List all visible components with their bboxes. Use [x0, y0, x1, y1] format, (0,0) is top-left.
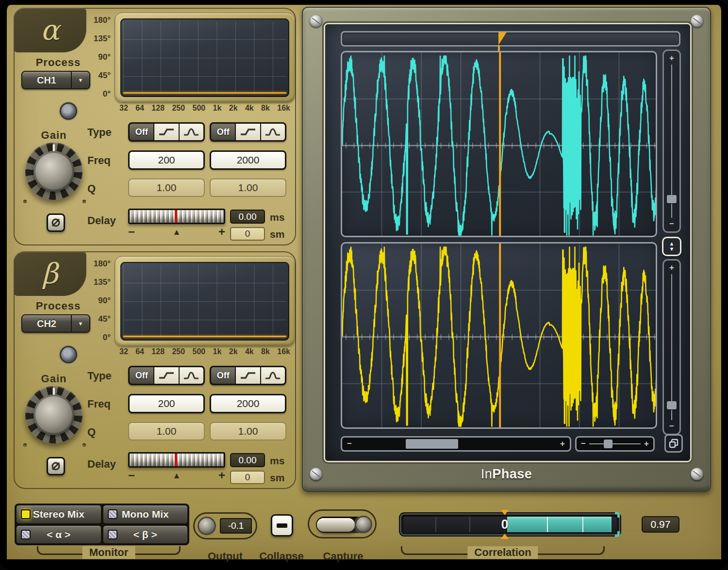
monitor-alpha-button[interactable]: < α > — [16, 525, 101, 544]
filter1-bell-button[interactable] — [180, 124, 203, 140]
correlation-end-bracket — [615, 531, 620, 537]
delay-ms-field[interactable]: 0.00 — [230, 210, 265, 224]
minus-icon[interactable]: − — [347, 439, 352, 449]
delay-plus[interactable]: + — [218, 226, 225, 238]
tick-label: 180° — [94, 259, 111, 269]
output-value-field[interactable]: -0.1 — [220, 518, 252, 534]
collapse-label: Collapse — [249, 550, 314, 563]
filter1-highpass-button[interactable] — [154, 124, 178, 140]
monitor-button-group: Stereo Mix Mono Mix < α > < β > — [15, 504, 189, 545]
delay-pointer-icon: ▲ — [173, 472, 181, 480]
waveform-display-frame: + − ▲ ▼ + − − + − — [302, 7, 711, 492]
highpass-icon — [239, 370, 257, 381]
delay-thumbwheel[interactable] — [128, 452, 225, 468]
bell-icon — [264, 127, 281, 137]
phase-graph-bezel — [115, 13, 295, 103]
phase-invert-button[interactable] — [47, 457, 65, 475]
filter2-off-button[interactable]: Off — [211, 124, 235, 140]
channel-led-button[interactable] — [61, 347, 76, 362]
gain-knob[interactable] — [25, 386, 83, 443]
process-dropdown[interactable]: CH1 ▼ — [21, 71, 90, 89]
delay-thumbwheel[interactable] — [128, 209, 225, 224]
channel-led-button[interactable] — [61, 104, 76, 118]
filter2-bell-button[interactable] — [261, 367, 285, 384]
tick-label: 32 — [119, 347, 128, 356]
process-dropdown[interactable]: CH2 ▼ — [21, 314, 90, 333]
copy-view-button[interactable] — [664, 434, 683, 453]
channel-beta-panel: β Process CH2 ▼ Gain 180°135°90°45°0° 32… — [14, 251, 296, 489]
delay-sm-field[interactable]: 0 — [230, 471, 265, 484]
gain-knob[interactable] — [25, 143, 83, 200]
plus-icon[interactable]: + — [644, 439, 649, 449]
delay-plus[interactable]: + — [218, 470, 225, 481]
filter1-bell-button[interactable] — [180, 367, 203, 384]
h-scrollbar-thumb[interactable] — [406, 439, 458, 449]
q-label: Q — [87, 426, 124, 439]
delay-minus[interactable]: − — [128, 226, 135, 238]
filter2-freq-field[interactable]: 2000 — [210, 150, 286, 170]
filter2-bell-button[interactable] — [261, 124, 285, 140]
collapse-button[interactable] — [271, 514, 293, 537]
plus-icon[interactable]: + — [664, 263, 679, 273]
tick-label: 135° — [94, 34, 111, 44]
filter2-off-button[interactable]: Off — [211, 367, 235, 384]
tick-label: 1k — [213, 347, 222, 356]
monitor-mono-mix-button[interactable]: Mono Mix — [103, 505, 188, 524]
plus-icon[interactable]: + — [664, 53, 679, 63]
plus-icon[interactable]: + — [560, 439, 565, 449]
h-scrollbar[interactable]: − + — [341, 436, 571, 452]
delay-minus[interactable]: − — [128, 470, 135, 481]
process-value[interactable]: CH2 — [22, 315, 72, 332]
correlation-end-bracket — [615, 512, 620, 518]
capture-lever[interactable] — [317, 518, 355, 532]
v-zoom-slider-bottom[interactable]: + − — [662, 259, 681, 435]
filter1-q-field[interactable]: 1.00 — [128, 179, 205, 197]
phase-invert-button[interactable] — [47, 213, 65, 232]
minus-icon[interactable]: − — [664, 422, 679, 431]
minus-icon[interactable]: − — [581, 439, 586, 449]
tick-label: 45° — [98, 314, 111, 324]
filter1-freq-field[interactable]: 200 — [128, 394, 205, 413]
monitor-label: Monitor — [83, 546, 135, 559]
freq-label: Freq — [87, 398, 124, 410]
playhead-flag[interactable] — [498, 32, 507, 45]
v-slider-thumb[interactable] — [667, 195, 677, 203]
channel-alpha-tab: α — [14, 8, 86, 52]
monitor-beta-button[interactable]: < β > — [103, 525, 188, 544]
filter1-off-button[interactable]: Off — [130, 367, 153, 384]
tick-label: 135° — [94, 277, 111, 287]
filter2-highpass-button[interactable] — [236, 124, 260, 140]
filter1-highpass-button[interactable] — [154, 367, 178, 384]
monitor-bracket: Monitor — [37, 546, 181, 555]
filter2-q-field[interactable]: 1.00 — [210, 179, 286, 197]
channel-alpha-panel: α Process CH1 ▼ Gain 180°135°90°45°0° 32… — [14, 8, 296, 245]
phase-graph-display — [120, 18, 289, 97]
filter1-freq-field[interactable]: 200 — [128, 150, 205, 170]
process-value[interactable]: CH1 — [22, 72, 72, 88]
delay-sm-field[interactable]: 0 — [230, 227, 265, 241]
output-knob[interactable] — [199, 518, 215, 534]
h-zoom-thumb[interactable] — [604, 440, 612, 448]
v-slider-thumb[interactable] — [667, 401, 677, 409]
minus-icon[interactable]: − — [664, 219, 679, 229]
filter1-off-button[interactable]: Off — [130, 124, 153, 140]
bell-icon — [264, 370, 281, 381]
delay-ms-field[interactable]: 0.00 — [230, 453, 265, 467]
filter2-q-field[interactable]: 1.00 — [210, 422, 286, 440]
link-channels-button[interactable]: ▲ ▼ — [662, 237, 681, 256]
filter2-type-group: Off — [210, 366, 286, 385]
highpass-icon — [158, 370, 175, 381]
filter1-q-field[interactable]: 1.00 — [128, 422, 205, 440]
delay-wheel-scale: − ▲ + — [128, 226, 225, 238]
knob-pointer — [53, 388, 55, 395]
tick-label: 90° — [98, 296, 111, 306]
capture-knob[interactable] — [356, 517, 371, 532]
tick-label: 2k — [229, 104, 238, 113]
overview-strip[interactable] — [341, 31, 680, 47]
phase-graph-display — [120, 262, 289, 341]
monitor-stereo-mix-button[interactable]: Stereo Mix — [16, 505, 101, 524]
v-zoom-slider-top[interactable]: + − — [662, 49, 681, 233]
filter2-freq-field[interactable]: 2000 — [210, 394, 286, 413]
h-zoom-slider[interactable]: − + — [575, 436, 655, 452]
filter2-highpass-button[interactable] — [236, 367, 260, 384]
